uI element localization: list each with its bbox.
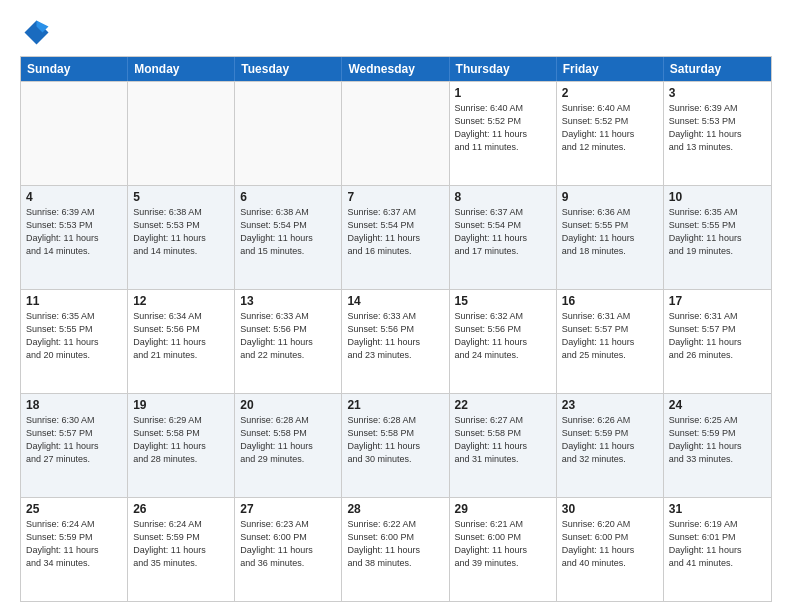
day-info: Sunrise: 6:36 AM Sunset: 5:55 PM Dayligh…	[562, 206, 658, 258]
calendar-day: 11Sunrise: 6:35 AM Sunset: 5:55 PM Dayli…	[21, 290, 128, 393]
day-number: 14	[347, 294, 443, 308]
day-number: 15	[455, 294, 551, 308]
day-info: Sunrise: 6:31 AM Sunset: 5:57 PM Dayligh…	[562, 310, 658, 362]
calendar-empty	[235, 82, 342, 185]
calendar-day: 12Sunrise: 6:34 AM Sunset: 5:56 PM Dayli…	[128, 290, 235, 393]
day-number: 17	[669, 294, 766, 308]
day-info: Sunrise: 6:24 AM Sunset: 5:59 PM Dayligh…	[133, 518, 229, 570]
calendar-day: 24Sunrise: 6:25 AM Sunset: 5:59 PM Dayli…	[664, 394, 771, 497]
day-info: Sunrise: 6:37 AM Sunset: 5:54 PM Dayligh…	[347, 206, 443, 258]
calendar-day: 1Sunrise: 6:40 AM Sunset: 5:52 PM Daylig…	[450, 82, 557, 185]
day-number: 22	[455, 398, 551, 412]
day-info: Sunrise: 6:28 AM Sunset: 5:58 PM Dayligh…	[240, 414, 336, 466]
day-number: 10	[669, 190, 766, 204]
logo	[20, 16, 54, 46]
calendar-header: SundayMondayTuesdayWednesdayThursdayFrid…	[21, 57, 771, 81]
calendar-day: 14Sunrise: 6:33 AM Sunset: 5:56 PM Dayli…	[342, 290, 449, 393]
calendar-day: 23Sunrise: 6:26 AM Sunset: 5:59 PM Dayli…	[557, 394, 664, 497]
day-number: 20	[240, 398, 336, 412]
calendar-week: 11Sunrise: 6:35 AM Sunset: 5:55 PM Dayli…	[21, 289, 771, 393]
day-number: 30	[562, 502, 658, 516]
day-number: 19	[133, 398, 229, 412]
day-info: Sunrise: 6:29 AM Sunset: 5:58 PM Dayligh…	[133, 414, 229, 466]
calendar-day: 31Sunrise: 6:19 AM Sunset: 6:01 PM Dayli…	[664, 498, 771, 601]
calendar-day: 15Sunrise: 6:32 AM Sunset: 5:56 PM Dayli…	[450, 290, 557, 393]
day-number: 13	[240, 294, 336, 308]
calendar-day: 22Sunrise: 6:27 AM Sunset: 5:58 PM Dayli…	[450, 394, 557, 497]
day-number: 7	[347, 190, 443, 204]
day-number: 6	[240, 190, 336, 204]
day-number: 16	[562, 294, 658, 308]
weekday-header: Thursday	[450, 57, 557, 81]
day-number: 12	[133, 294, 229, 308]
weekday-header: Friday	[557, 57, 664, 81]
calendar-day: 8Sunrise: 6:37 AM Sunset: 5:54 PM Daylig…	[450, 186, 557, 289]
day-info: Sunrise: 6:40 AM Sunset: 5:52 PM Dayligh…	[562, 102, 658, 154]
weekday-header: Monday	[128, 57, 235, 81]
day-number: 11	[26, 294, 122, 308]
calendar-day: 13Sunrise: 6:33 AM Sunset: 5:56 PM Dayli…	[235, 290, 342, 393]
weekday-header: Sunday	[21, 57, 128, 81]
day-info: Sunrise: 6:27 AM Sunset: 5:58 PM Dayligh…	[455, 414, 551, 466]
day-number: 28	[347, 502, 443, 516]
calendar-day: 21Sunrise: 6:28 AM Sunset: 5:58 PM Dayli…	[342, 394, 449, 497]
day-info: Sunrise: 6:25 AM Sunset: 5:59 PM Dayligh…	[669, 414, 766, 466]
day-number: 31	[669, 502, 766, 516]
calendar-day: 5Sunrise: 6:38 AM Sunset: 5:53 PM Daylig…	[128, 186, 235, 289]
calendar-empty	[342, 82, 449, 185]
calendar-day: 7Sunrise: 6:37 AM Sunset: 5:54 PM Daylig…	[342, 186, 449, 289]
calendar-week: 1Sunrise: 6:40 AM Sunset: 5:52 PM Daylig…	[21, 81, 771, 185]
calendar-day: 2Sunrise: 6:40 AM Sunset: 5:52 PM Daylig…	[557, 82, 664, 185]
day-info: Sunrise: 6:39 AM Sunset: 5:53 PM Dayligh…	[26, 206, 122, 258]
calendar-day: 9Sunrise: 6:36 AM Sunset: 5:55 PM Daylig…	[557, 186, 664, 289]
day-number: 8	[455, 190, 551, 204]
day-info: Sunrise: 6:22 AM Sunset: 6:00 PM Dayligh…	[347, 518, 443, 570]
calendar-day: 17Sunrise: 6:31 AM Sunset: 5:57 PM Dayli…	[664, 290, 771, 393]
day-info: Sunrise: 6:31 AM Sunset: 5:57 PM Dayligh…	[669, 310, 766, 362]
day-info: Sunrise: 6:37 AM Sunset: 5:54 PM Dayligh…	[455, 206, 551, 258]
day-number: 26	[133, 502, 229, 516]
day-info: Sunrise: 6:33 AM Sunset: 5:56 PM Dayligh…	[347, 310, 443, 362]
day-info: Sunrise: 6:23 AM Sunset: 6:00 PM Dayligh…	[240, 518, 336, 570]
calendar-body: 1Sunrise: 6:40 AM Sunset: 5:52 PM Daylig…	[21, 81, 771, 601]
day-info: Sunrise: 6:32 AM Sunset: 5:56 PM Dayligh…	[455, 310, 551, 362]
day-info: Sunrise: 6:33 AM Sunset: 5:56 PM Dayligh…	[240, 310, 336, 362]
day-number: 27	[240, 502, 336, 516]
calendar-week: 4Sunrise: 6:39 AM Sunset: 5:53 PM Daylig…	[21, 185, 771, 289]
calendar-day: 16Sunrise: 6:31 AM Sunset: 5:57 PM Dayli…	[557, 290, 664, 393]
calendar-empty	[128, 82, 235, 185]
day-number: 1	[455, 86, 551, 100]
calendar-day: 29Sunrise: 6:21 AM Sunset: 6:00 PM Dayli…	[450, 498, 557, 601]
day-info: Sunrise: 6:28 AM Sunset: 5:58 PM Dayligh…	[347, 414, 443, 466]
day-info: Sunrise: 6:26 AM Sunset: 5:59 PM Dayligh…	[562, 414, 658, 466]
calendar-day: 10Sunrise: 6:35 AM Sunset: 5:55 PM Dayli…	[664, 186, 771, 289]
logo-icon	[20, 16, 50, 46]
calendar-day: 6Sunrise: 6:38 AM Sunset: 5:54 PM Daylig…	[235, 186, 342, 289]
day-number: 23	[562, 398, 658, 412]
day-number: 24	[669, 398, 766, 412]
calendar-day: 19Sunrise: 6:29 AM Sunset: 5:58 PM Dayli…	[128, 394, 235, 497]
day-info: Sunrise: 6:30 AM Sunset: 5:57 PM Dayligh…	[26, 414, 122, 466]
day-info: Sunrise: 6:39 AM Sunset: 5:53 PM Dayligh…	[669, 102, 766, 154]
day-info: Sunrise: 6:19 AM Sunset: 6:01 PM Dayligh…	[669, 518, 766, 570]
calendar-week: 25Sunrise: 6:24 AM Sunset: 5:59 PM Dayli…	[21, 497, 771, 601]
calendar-day: 30Sunrise: 6:20 AM Sunset: 6:00 PM Dayli…	[557, 498, 664, 601]
day-info: Sunrise: 6:21 AM Sunset: 6:00 PM Dayligh…	[455, 518, 551, 570]
calendar-week: 18Sunrise: 6:30 AM Sunset: 5:57 PM Dayli…	[21, 393, 771, 497]
day-number: 3	[669, 86, 766, 100]
day-number: 4	[26, 190, 122, 204]
day-number: 5	[133, 190, 229, 204]
day-info: Sunrise: 6:24 AM Sunset: 5:59 PM Dayligh…	[26, 518, 122, 570]
calendar-day: 18Sunrise: 6:30 AM Sunset: 5:57 PM Dayli…	[21, 394, 128, 497]
day-number: 21	[347, 398, 443, 412]
weekday-header: Wednesday	[342, 57, 449, 81]
day-number: 9	[562, 190, 658, 204]
day-info: Sunrise: 6:34 AM Sunset: 5:56 PM Dayligh…	[133, 310, 229, 362]
calendar-day: 27Sunrise: 6:23 AM Sunset: 6:00 PM Dayli…	[235, 498, 342, 601]
day-number: 29	[455, 502, 551, 516]
day-info: Sunrise: 6:40 AM Sunset: 5:52 PM Dayligh…	[455, 102, 551, 154]
calendar-day: 3Sunrise: 6:39 AM Sunset: 5:53 PM Daylig…	[664, 82, 771, 185]
day-info: Sunrise: 6:20 AM Sunset: 6:00 PM Dayligh…	[562, 518, 658, 570]
day-number: 18	[26, 398, 122, 412]
day-number: 2	[562, 86, 658, 100]
